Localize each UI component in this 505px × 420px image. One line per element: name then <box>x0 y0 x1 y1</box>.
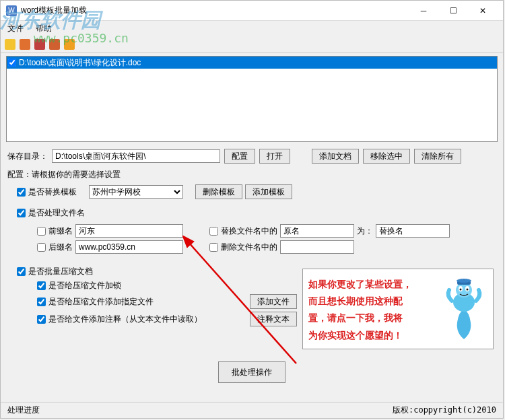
template-select[interactable]: 苏州中学网校 <box>89 185 183 199</box>
app-icon: W <box>6 5 17 16</box>
app-window: W word模板批量加载 ─ ☐ ✕ 文件 帮助 D:\tools\桌面\说明书… <box>0 0 504 419</box>
menu-file[interactable]: 文件 <box>3 22 28 35</box>
tip-box[interactable]: 如果你更改了某些设置， 而且想长期使用这种配 置，请点一下我，我将 为你实现这个… <box>302 269 494 349</box>
prefix-check[interactable] <box>37 227 46 236</box>
lock-label: 是否给压缩文件加锁 <box>48 280 121 291</box>
add-file-button[interactable]: 添加文件 <box>250 294 297 309</box>
remove-selected-button[interactable]: 移除选中 <box>363 149 410 164</box>
list-item-check[interactable] <box>8 59 16 67</box>
list-item[interactable]: D:\tools\桌面\说明书\绿化设计.doc <box>7 57 497 69</box>
filename-check[interactable] <box>17 209 26 217</box>
menubar: 文件 帮助 <box>1 21 503 36</box>
prefix-input[interactable] <box>75 224 183 238</box>
compress-label: 是否批量压缩文档 <box>28 266 93 277</box>
new-icon[interactable] <box>5 39 15 50</box>
suffix-check[interactable] <box>37 243 46 252</box>
progress-label: 处理进度 <box>7 405 40 416</box>
config-hint: 配置：请根据你的需要选择设置 <box>7 169 496 180</box>
compress-check[interactable] <box>17 267 26 276</box>
replace-to-input[interactable] <box>376 224 450 238</box>
menu-help[interactable]: 帮助 <box>32 22 56 35</box>
genie-icon <box>440 276 487 342</box>
comment-text-button[interactable]: 注释文本 <box>250 312 297 326</box>
toolbar <box>1 36 503 53</box>
save-row: 保存目录： 配置 打开 添加文档 移除选中 清除所有 <box>1 145 503 168</box>
comment-check[interactable] <box>37 315 46 324</box>
exit-icon[interactable] <box>49 39 60 50</box>
batch-process-button[interactable]: 批处理操作 <box>218 361 285 383</box>
clear-all-button[interactable]: 清除所有 <box>414 149 461 164</box>
titlebar: W word模板批量加载 ─ ☐ ✕ <box>1 1 503 21</box>
delete-template-button[interactable]: 删除模板 <box>195 184 242 199</box>
filename-row: 是否处理文件名 <box>17 207 496 219</box>
svg-point-5 <box>467 289 469 291</box>
star-icon[interactable] <box>64 39 75 50</box>
save-dir-input[interactable] <box>52 149 220 163</box>
svg-point-4 <box>460 289 462 291</box>
footer: 处理进度 版权:coppyright(c)2010 <box>1 402 503 418</box>
titlebar-text: word模板批量加载 <box>21 5 409 16</box>
suffix-label: 后缀名 <box>48 242 73 253</box>
template-label: 是否替换模板 <box>28 186 77 198</box>
add-doc-button[interactable]: 添加文档 <box>312 149 359 164</box>
comment-label: 是否给文件添加注释（从文本文件中读取） <box>48 314 202 325</box>
replace-label: 替换文件名中的 <box>221 225 277 237</box>
maximize-button[interactable]: ☐ <box>438 1 468 20</box>
home-icon[interactable] <box>34 39 45 50</box>
file-listbox[interactable]: D:\tools\桌面\说明书\绿化设计.doc <box>6 56 498 142</box>
open-button[interactable]: 打开 <box>259 149 290 164</box>
filename-label: 是否处理文件名 <box>28 207 85 219</box>
template-row: 是否替换模板 苏州中学网校 删除模板 添加模板 <box>17 184 496 199</box>
svg-point-7 <box>457 279 471 283</box>
template-check[interactable] <box>17 188 26 197</box>
open-icon[interactable] <box>20 39 30 50</box>
delete-in-name-check[interactable] <box>209 243 218 252</box>
delete-in-name-input[interactable] <box>280 240 354 254</box>
replace-from-input[interactable] <box>280 224 354 238</box>
addfile-label: 是否给压缩文件添加指定文件 <box>48 296 154 308</box>
prefix-label: 前缀名 <box>48 225 73 237</box>
lock-check[interactable] <box>37 281 46 290</box>
config-button[interactable]: 配置 <box>224 149 255 164</box>
replace-check[interactable] <box>209 227 218 236</box>
filename-options: 前缀名 后缀名 替换文件名中的 为： <box>7 221 496 256</box>
delete-in-name-label: 删除文件名中的 <box>221 242 277 253</box>
save-dir-label: 保存目录： <box>7 151 48 162</box>
addfile-check[interactable] <box>37 298 46 306</box>
replace-to-label: 为： <box>357 225 373 237</box>
minimize-button[interactable]: ─ <box>409 1 438 20</box>
add-template-button[interactable]: 添加模板 <box>245 184 292 199</box>
close-button[interactable]: ✕ <box>468 1 498 20</box>
tip-text: 如果你更改了某些设置， 而且想长期使用这种配 置，请点一下我，我将 为你实现这个… <box>308 276 440 342</box>
config-area: 配置：请根据你的需要选择设置 是否替换模板 苏州中学网校 删除模板 添加模板 是… <box>1 168 503 394</box>
copyright: 版权:coppyright(c)2010 <box>393 405 496 416</box>
list-item-path: D:\tools\桌面\说明书\绿化设计.doc <box>19 57 141 69</box>
suffix-input[interactable] <box>75 240 183 254</box>
